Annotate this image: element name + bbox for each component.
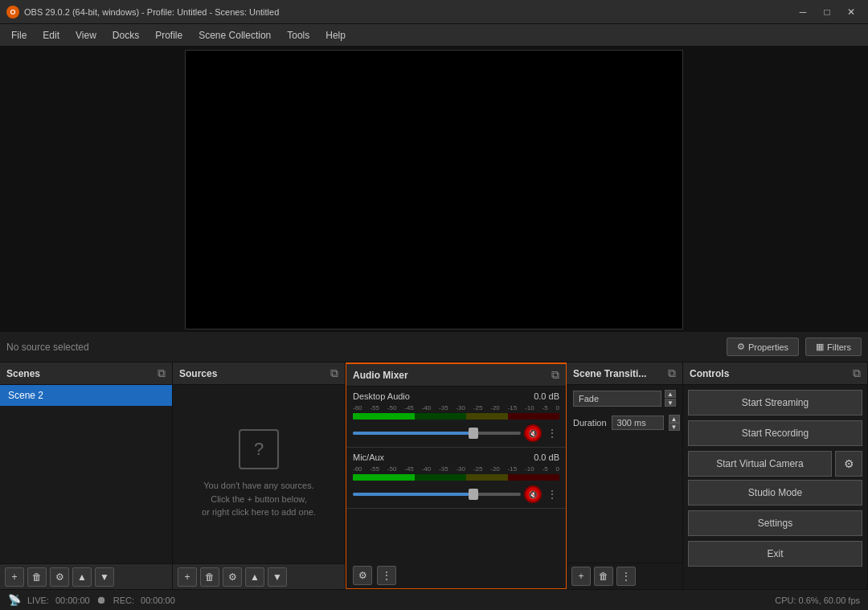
filter-icon: ▦ <box>816 342 824 352</box>
virtual-camera-settings-button[interactable]: ⚙ <box>835 451 862 477</box>
menu-edit[interactable]: Edit <box>35 27 68 44</box>
mic-audio-controls: 🔇 ⋮ <box>353 485 559 503</box>
desktop-mute-button[interactable]: 🔇 <box>524 424 542 442</box>
close-button[interactable]: ✕ <box>841 4 862 20</box>
mic-audio-more-button[interactable]: ⋮ <box>545 486 559 502</box>
scenes-panel-title: Scenes <box>6 368 40 379</box>
transition-type-spinbox: ▲ ▼ <box>665 390 676 407</box>
preview-area <box>0 47 868 332</box>
start-virtual-camera-button[interactable]: Start Virtual Camera <box>688 451 832 477</box>
sources-empty-state: ? You don't have any sources.Click the +… <box>173 385 345 563</box>
transition-type-up[interactable]: ▲ <box>665 390 676 398</box>
transitions-more-button[interactable]: ⋮ <box>616 567 636 586</box>
cpu-label: CPU: 0.6%, 60.00 fps <box>775 596 860 605</box>
mic-volume-slider[interactable] <box>353 493 521 496</box>
scenes-add-button[interactable]: + <box>5 567 24 587</box>
sources-list[interactable]: ? You don't have any sources.Click the +… <box>173 385 345 563</box>
desktop-audio-controls: 🔇 ⋮ <box>353 424 559 442</box>
audio-more-settings-button[interactable]: ⋮ <box>377 566 396 585</box>
scenes-dock-button[interactable]: ⧉ <box>158 366 166 380</box>
menu-view[interactable]: View <box>68 27 104 44</box>
scene-transitions-panel: Scene Transiti... ⧉ Fade Cut Swipe Slide… <box>567 362 683 589</box>
mic-meter-labels: -60-55-50-45-40-35-30-25-20-15-10-50 <box>353 465 559 473</box>
status-left: 📡 LIVE: 00:00:00 ⏺ REC: 00:00:00 <box>8 594 175 606</box>
transition-type-select[interactable]: Fade Cut Swipe Slide <box>573 391 661 407</box>
mic-mute-button[interactable]: 🔇 <box>524 485 542 503</box>
start-streaming-button[interactable]: Start Streaming <box>688 390 862 416</box>
scene-item-scene2[interactable]: Scene 2 <box>0 385 172 406</box>
no-source-label: No source selected <box>6 342 720 353</box>
transitions-body: Fade Cut Swipe Slide ▲ ▼ Duration ▲ ▼ <box>567 385 682 563</box>
transitions-remove-button[interactable]: 🗑 <box>594 567 613 586</box>
maximize-button[interactable]: □ <box>817 4 837 20</box>
rec-label: REC: <box>113 596 134 605</box>
settings-button[interactable]: Settings <box>688 510 862 536</box>
scenes-remove-button[interactable]: 🗑 <box>27 567 47 587</box>
duration-row: Duration ▲ ▼ <box>567 411 682 434</box>
audio-panel-footer: ⚙ ⋮ <box>346 563 566 588</box>
desktop-audio-db: 0.0 dB <box>534 391 559 401</box>
gear-icon: ⚙ <box>737 342 745 352</box>
properties-bar: No source selected ⚙ Properties ▦ Filter… <box>0 332 868 362</box>
minimize-button[interactable]: ─ <box>792 4 813 20</box>
controls-panel-header: Controls ⧉ <box>683 362 867 385</box>
window-controls: ─ □ ✕ <box>792 4 862 20</box>
question-mark: ? <box>254 439 264 460</box>
duration-label: Duration <box>573 418 607 428</box>
transitions-dock-button[interactable]: ⧉ <box>668 366 676 380</box>
audio-settings-button[interactable]: ⚙ <box>353 566 372 585</box>
start-recording-button[interactable]: Start Recording <box>688 420 862 446</box>
sources-down-button[interactable]: ▼ <box>268 567 287 587</box>
menu-profile[interactable]: Profile <box>147 27 190 44</box>
sources-empty-icon: ? <box>239 429 279 469</box>
exit-button[interactable]: Exit <box>688 541 862 567</box>
transition-type-down[interactable]: ▼ <box>665 399 676 407</box>
audio-panel-title: Audio Mixer <box>353 370 408 381</box>
menu-help[interactable]: Help <box>317 27 354 44</box>
audio-panel-header: Audio Mixer ⧉ <box>346 364 566 387</box>
sources-panel: Sources ⧉ ? You don't have any sources.C… <box>173 362 346 589</box>
desktop-volume-slider[interactable] <box>353 432 521 435</box>
mic-aux-name: Mic/Aux <box>353 452 384 462</box>
mic-aux-db: 0.0 dB <box>534 452 559 462</box>
sources-config-button[interactable]: ⚙ <box>223 567 242 587</box>
status-bar: 📡 LIVE: 00:00:00 ⏺ REC: 00:00:00 CPU: 0.… <box>0 589 868 610</box>
menu-file[interactable]: File <box>3 27 35 44</box>
panels-area: Scenes ⧉ Scene 2 + 🗑 ⚙ ▲ ▼ Sources ⧉ ? Y… <box>0 362 868 589</box>
filters-button[interactable]: ▦ Filters <box>805 338 862 356</box>
sources-add-button[interactable]: + <box>178 567 197 587</box>
controls-dock-button[interactable]: ⧉ <box>853 366 861 380</box>
scenes-up-button[interactable]: ▲ <box>72 567 92 587</box>
scenes-config-button[interactable]: ⚙ <box>50 567 69 587</box>
menu-tools[interactable]: Tools <box>279 27 317 44</box>
transitions-panel-header: Scene Transiti... ⧉ <box>567 362 682 385</box>
scenes-down-button[interactable]: ▼ <box>95 567 114 587</box>
studio-mode-button[interactable]: Studio Mode <box>688 480 862 506</box>
sources-dock-button[interactable]: ⧉ <box>330 366 338 380</box>
scenes-list: Scene 2 <box>0 385 172 563</box>
virtual-camera-row: Start Virtual Camera ⚙ <box>688 451 862 477</box>
rec-icon: ⏺ <box>96 594 107 606</box>
mic-aux-channel: Mic/Aux 0.0 dB -60-55-50-45-40-35-30-25-… <box>346 448 566 509</box>
menu-docks[interactable]: Docks <box>104 27 147 44</box>
sources-panel-header: Sources ⧉ <box>173 362 345 385</box>
sources-up-button[interactable]: ▲ <box>245 567 264 587</box>
controls-panel: Controls ⧉ Start Streaming Start Recordi… <box>683 362 868 589</box>
audio-dock-button[interactable]: ⧉ <box>551 368 559 382</box>
scenes-panel: Scenes ⧉ Scene 2 + 🗑 ⚙ ▲ ▼ <box>0 362 173 589</box>
rec-time: 00:00:00 <box>141 596 175 605</box>
duration-up[interactable]: ▲ <box>669 415 680 423</box>
gear-icon: ⚙ <box>844 457 854 470</box>
menu-scene-collection[interactable]: Scene Collection <box>190 27 279 44</box>
properties-button[interactable]: ⚙ Properties <box>727 338 799 356</box>
sources-panel-title: Sources <box>179 368 217 379</box>
transitions-panel-footer: + 🗑 ⋮ <box>567 563 682 589</box>
duration-input[interactable] <box>612 416 664 430</box>
desktop-audio-more-button[interactable]: ⋮ <box>545 425 559 441</box>
sources-remove-button[interactable]: 🗑 <box>200 567 219 587</box>
transitions-add-button[interactable]: + <box>571 567 591 586</box>
mic-meter-bar <box>415 474 559 481</box>
scenes-panel-footer: + 🗑 ⚙ ▲ ▼ <box>0 563 172 589</box>
desktop-audio-header: Desktop Audio 0.0 dB <box>353 391 559 401</box>
duration-down[interactable]: ▼ <box>669 423 680 431</box>
